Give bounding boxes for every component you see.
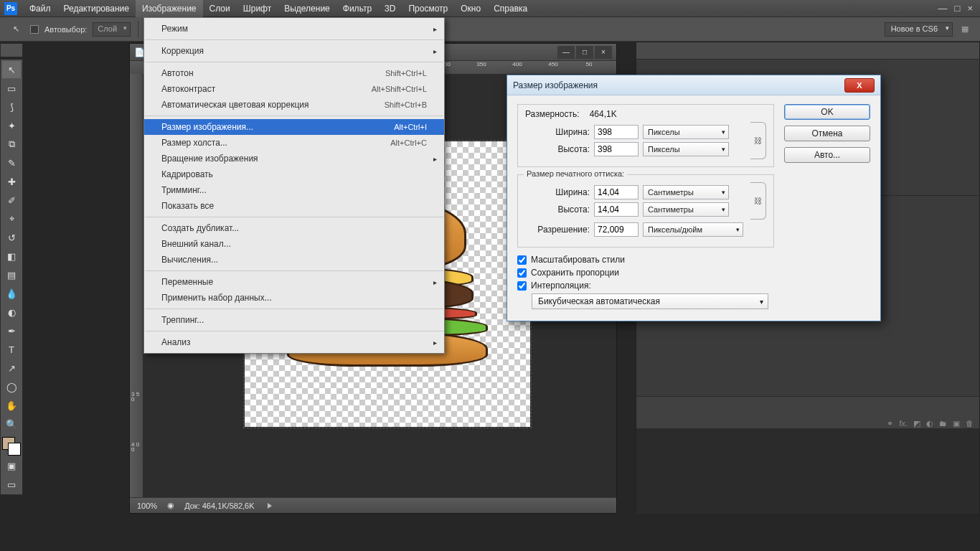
- menu-item[interactable]: Тримминг...: [144, 182, 444, 198]
- cs6-new-pill[interactable]: Новое в CS6: [885, 22, 953, 37]
- adjust-icon[interactable]: ◐: [926, 419, 933, 428]
- px-width-input[interactable]: [594, 125, 639, 139]
- menu-item[interactable]: АвтотонShift+Ctrl+L: [144, 65, 444, 81]
- dialog-close-icon[interactable]: X: [844, 78, 875, 93]
- zoom-tool-icon[interactable]: 🔍: [2, 415, 21, 433]
- menu-файл[interactable]: Файл: [23, 0, 57, 17]
- menu-редактирование[interactable]: Редактирование: [57, 0, 136, 17]
- doc-close-icon[interactable]: ×: [595, 46, 612, 59]
- px-width-unit[interactable]: Пикселы: [643, 125, 729, 139]
- link-proportions-icon[interactable]: ⛓: [750, 122, 766, 159]
- pr-height-unit[interactable]: Сантиметры: [643, 202, 729, 217]
- zoom-level[interactable]: 100%: [137, 501, 157, 510]
- ok-button[interactable]: OK: [784, 104, 870, 120]
- lasso-tool-icon[interactable]: ⟆: [2, 98, 21, 116]
- constrain-prop-checkbox[interactable]: [517, 268, 527, 278]
- doc-min-icon[interactable]: —: [557, 46, 575, 59]
- menu-3d[interactable]: 3D: [378, 0, 402, 17]
- menu-выделение[interactable]: Выделение: [278, 0, 336, 17]
- resolution-unit[interactable]: Пикселы/дюйм: [643, 222, 743, 237]
- resolution-input[interactable]: [594, 222, 639, 237]
- menu-item[interactable]: Размер изображения...Alt+Ctrl+I: [144, 119, 444, 135]
- menu-окно[interactable]: Окно: [454, 0, 487, 17]
- crop-tool-icon[interactable]: ⧉: [2, 136, 21, 153]
- menu-item[interactable]: Вращение изображения: [144, 151, 444, 166]
- scale-styles-checkbox[interactable]: [517, 255, 527, 265]
- menu-item[interactable]: АвтоконтрастAlt+Shift+Ctrl+L: [144, 81, 444, 97]
- menu-item[interactable]: Создать дубликат...: [144, 220, 444, 236]
- blur-tool-icon[interactable]: 💧: [2, 285, 21, 302]
- ruler-vertical: 3 5 0 4 0 0: [130, 74, 143, 497]
- shape-tool-icon[interactable]: ◯: [2, 378, 21, 395]
- marquee-tool-icon[interactable]: ▭: [2, 80, 21, 97]
- menu-item[interactable]: Режим: [144, 21, 444, 37]
- swatch-icon[interactable]: [2, 437, 21, 456]
- folder-icon[interactable]: 🖿: [939, 419, 947, 428]
- px-height-input[interactable]: [594, 142, 639, 156]
- menu-item[interactable]: Применить набор данных...: [144, 290, 444, 306]
- toolbox: ↖ ▭ ⟆ ✦ ⧉ ✎ ✚ ✐ ⌖ ↺ ◧ ▤ 💧 ◐ ✒ T ↗ ◯ ✋ 🔍 …: [0, 59, 23, 495]
- eraser-tool-icon[interactable]: ◧: [2, 248, 21, 265]
- px-height-unit[interactable]: Пикселы: [643, 142, 729, 156]
- menu-item[interactable]: Треппинг...: [144, 312, 444, 328]
- image-menu-dropdown: РежимКоррекцияАвтотонShift+Ctrl+LАвтокон…: [143, 17, 445, 354]
- eyedropper-tool-icon[interactable]: ✎: [2, 154, 21, 171]
- link-icon[interactable]: ⚭: [887, 419, 893, 428]
- stamp-tool-icon[interactable]: ⌖: [2, 210, 21, 227]
- layer-select[interactable]: Слой: [93, 22, 131, 37]
- menu-item[interactable]: Переменные: [144, 274, 444, 290]
- menu-item[interactable]: Анализ: [144, 334, 444, 350]
- dialog-title: Размер изображения: [513, 80, 598, 90]
- auto-select-checkbox[interactable]: [30, 25, 39, 34]
- menu-item[interactable]: Размер холста...Alt+Ctrl+C: [144, 135, 444, 151]
- interp-select[interactable]: Бикубическая автоматическая: [532, 293, 768, 309]
- history-brush-icon[interactable]: ↺: [2, 229, 21, 246]
- fx-icon[interactable]: fx.: [899, 419, 908, 428]
- menu-шрифт[interactable]: Шрифт: [237, 0, 278, 17]
- win-max-icon[interactable]: □: [955, 3, 961, 14]
- mask-icon[interactable]: ◩: [913, 419, 920, 428]
- pr-height-input[interactable]: [594, 202, 639, 217]
- status-throbber-icon: ◉: [167, 501, 174, 510]
- menu-item[interactable]: Вычисления...: [144, 252, 444, 268]
- gradient-tool-icon[interactable]: ▤: [2, 266, 21, 283]
- new-icon[interactable]: ▣: [953, 419, 960, 428]
- cancel-button[interactable]: Отмена: [784, 126, 870, 141]
- move-tool-icon[interactable]: ↖: [2, 61, 21, 78]
- pr-width-input[interactable]: [594, 185, 639, 199]
- menu-item[interactable]: Внешний канал...: [144, 236, 444, 252]
- menu-item[interactable]: Автоматическая цветовая коррекцияShift+C…: [144, 97, 444, 113]
- menu-слои[interactable]: Слои: [203, 0, 237, 17]
- type-tool-icon[interactable]: T: [2, 341, 21, 358]
- px-height-label: Высота:: [525, 144, 590, 154]
- menu-item[interactable]: Коррекция: [144, 43, 444, 59]
- menu-фильтр[interactable]: Фильтр: [336, 0, 378, 17]
- resolution-label: Разрешение:: [525, 225, 590, 235]
- wand-tool-icon[interactable]: ✦: [2, 117, 21, 134]
- pen-tool-icon[interactable]: ✒: [2, 322, 21, 339]
- status-play-icon[interactable]: [268, 503, 272, 509]
- trash-icon[interactable]: 🗑: [966, 419, 974, 428]
- hand-tool-icon[interactable]: ✋: [2, 397, 21, 414]
- pr-width-label: Ширина:: [525, 187, 590, 197]
- screenmode-icon[interactable]: ▭: [2, 476, 21, 493]
- quickmask-icon[interactable]: ▣: [2, 457, 21, 474]
- link-proportions-icon[interactable]: ⛓: [750, 182, 766, 220]
- doc-max-icon[interactable]: □: [576, 46, 593, 59]
- menu-изображение[interactable]: Изображение: [136, 0, 203, 17]
- auto-button[interactable]: Авто...: [784, 147, 870, 163]
- menu-item[interactable]: Кадрировать: [144, 166, 444, 182]
- workspace-icon[interactable]: ▦: [957, 22, 973, 37]
- menu-справка[interactable]: Справка: [487, 0, 534, 17]
- win-min-icon[interactable]: —: [938, 3, 948, 14]
- path-tool-icon[interactable]: ↗: [2, 359, 21, 377]
- brush-tool-icon[interactable]: ✐: [2, 192, 21, 209]
- px-width-label: Ширина:: [525, 127, 590, 137]
- win-close-icon[interactable]: ×: [967, 3, 973, 14]
- pr-width-unit[interactable]: Сантиметры: [643, 185, 729, 199]
- interp-checkbox[interactable]: [517, 281, 527, 291]
- menu-просмотр[interactable]: Просмотр: [402, 0, 454, 17]
- dodge-tool-icon[interactable]: ◐: [2, 303, 21, 321]
- heal-tool-icon[interactable]: ✚: [2, 173, 21, 190]
- menu-item[interactable]: Показать все: [144, 198, 444, 214]
